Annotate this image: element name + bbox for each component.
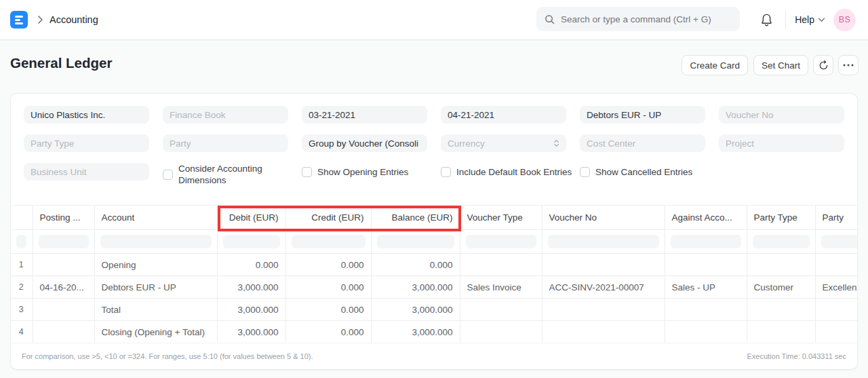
business-unit-placeholder: Business Unit — [31, 167, 87, 177]
cell-balance[interactable]: 3,000.000 — [371, 276, 460, 299]
cell-voucher-type[interactable]: Sales Invoice — [460, 276, 542, 299]
cell-balance[interactable]: 3,000.000 — [371, 321, 460, 343]
cell-account[interactable]: Closing (Opening + Total) — [94, 321, 217, 343]
filter-party-type[interactable] — [747, 230, 815, 254]
cost-center-filter-input[interactable]: Cost Center — [580, 134, 705, 152]
currency-filter-select[interactable]: Currency — [441, 134, 566, 152]
app-logo-icon[interactable] — [10, 11, 28, 29]
col-posting-date[interactable]: Posting ... — [33, 206, 94, 230]
cell-credit[interactable]: 0.000 — [285, 321, 371, 343]
checkbox-box[interactable] — [441, 167, 451, 177]
col-voucher-no[interactable]: Voucher No — [542, 206, 665, 230]
refresh-button[interactable] — [813, 55, 833, 75]
col-voucher-type[interactable]: Voucher Type — [460, 206, 542, 230]
report-footer: For comparison, use >5, <10 or =324. For… — [11, 343, 857, 368]
cell-posting-date[interactable] — [33, 321, 94, 343]
cell-balance[interactable]: 3,000.000 — [371, 299, 460, 321]
cell-account[interactable]: Debtors EUR - UP — [94, 276, 217, 299]
filter-party[interactable] — [815, 230, 858, 254]
cell-credit[interactable]: 0.000 — [285, 254, 371, 276]
cell-against-account[interactable] — [665, 254, 747, 276]
cell-voucher-type[interactable] — [460, 254, 542, 276]
cell-debit[interactable]: 3,000.000 — [217, 299, 285, 321]
cell-credit[interactable]: 0.000 — [285, 276, 371, 299]
voucher-no-filter-input[interactable]: Voucher No — [719, 106, 844, 124]
cell-voucher-no[interactable]: ACC-SINV-2021-00007 — [542, 276, 665, 299]
col-party-type[interactable]: Party Type — [747, 206, 815, 230]
group-by-value: Group by Voucher (Consoli — [309, 138, 418, 149]
cell-party-type[interactable] — [747, 254, 815, 276]
account-filter-value: Debtors EUR - UP — [587, 110, 661, 120]
cell-debit[interactable]: 3,000.000 — [217, 276, 285, 299]
cell-voucher-no[interactable] — [542, 299, 665, 321]
filter-debit[interactable] — [217, 230, 285, 254]
cell-balance[interactable]: 0.000 — [371, 254, 460, 276]
cell-party[interactable] — [815, 299, 858, 321]
cell-voucher-type[interactable] — [460, 321, 542, 343]
help-menu[interactable]: Help — [795, 14, 825, 25]
col-account[interactable]: Account — [94, 206, 217, 230]
include-default-checkbox[interactable]: Include Default Book Entries — [441, 163, 566, 181]
cell-against-account[interactable] — [665, 321, 747, 343]
cell-against-account[interactable]: Sales - UP — [665, 276, 747, 299]
col-against-account[interactable]: Against Acco... — [665, 206, 747, 230]
col-balance[interactable]: Balance (EUR) — [371, 206, 460, 230]
filter-voucher-no[interactable] — [542, 230, 665, 254]
filter-voucher-type[interactable] — [460, 230, 542, 254]
business-unit-filter-input[interactable]: Business Unit — [24, 163, 149, 181]
cell-party-type[interactable] — [747, 299, 815, 321]
from-date-filter-input[interactable]: 03-21-2021 — [302, 106, 427, 124]
show-cancelled-checkbox[interactable]: Show Cancelled Entries — [580, 163, 705, 181]
col-rownum — [10, 206, 33, 230]
cell-debit[interactable]: 3,000.000 — [217, 321, 285, 343]
filter-posting-date[interactable] — [33, 230, 94, 254]
to-date-value: 04-21-2021 — [448, 110, 494, 120]
cell-posting-date[interactable] — [33, 254, 94, 276]
party-type-filter-input[interactable]: Party Type — [24, 134, 149, 152]
cell-debit[interactable]: 0.000 — [217, 254, 285, 276]
cell-party-type[interactable] — [747, 321, 815, 343]
cell-party[interactable]: Excellen — [815, 276, 858, 299]
breadcrumb-accounting[interactable]: Accounting — [50, 14, 98, 25]
show-opening-checkbox[interactable]: Show Opening Entries — [302, 163, 427, 181]
cell-against-account[interactable] — [665, 299, 747, 321]
to-date-filter-input[interactable]: 04-21-2021 — [441, 106, 566, 124]
set-chart-button[interactable]: Set Chart — [753, 55, 808, 75]
create-card-button[interactable]: Create Card — [682, 55, 748, 75]
finance-book-filter-input[interactable]: Finance Book — [163, 106, 288, 124]
filter-account[interactable] — [94, 230, 217, 254]
cell-party-type[interactable]: Customer — [747, 276, 815, 299]
group-by-filter-input[interactable]: Group by Voucher (Consoli — [302, 134, 427, 152]
col-credit[interactable]: Credit (EUR) — [285, 206, 371, 230]
checkbox-box[interactable] — [302, 167, 312, 177]
cell-party[interactable] — [815, 321, 858, 343]
cell-voucher-no[interactable] — [542, 254, 665, 276]
more-menu-button[interactable] — [838, 55, 859, 75]
project-filter-input[interactable]: Project — [719, 134, 844, 152]
cell-posting-date[interactable]: 04-16-20... — [33, 276, 94, 299]
cell-voucher-no[interactable] — [542, 321, 665, 343]
col-party[interactable]: Party — [815, 206, 858, 230]
filter-rownum[interactable] — [10, 230, 33, 254]
cell-posting-date[interactable] — [33, 299, 94, 321]
cell-party[interactable] — [815, 254, 858, 276]
user-avatar[interactable]: BS — [833, 9, 856, 31]
filter-balance[interactable] — [371, 230, 460, 254]
notifications-bell-icon[interactable] — [760, 13, 773, 26]
cell-account[interactable]: Opening — [94, 254, 217, 276]
cell-credit[interactable]: 0.000 — [285, 299, 371, 321]
company-filter-input[interactable]: Unico Plastics Inc. — [24, 106, 149, 124]
table-header-row: Posting ... Account Debit (EUR) Credit (… — [10, 206, 858, 230]
account-filter-input[interactable]: Debtors EUR - UP — [580, 106, 705, 124]
cell-voucher-type[interactable] — [460, 299, 542, 321]
col-debit[interactable]: Debit (EUR) — [217, 206, 285, 230]
consider-dimensions-checkbox[interactable]: Consider Accounting Dimensions — [163, 163, 288, 186]
filter-against-account[interactable] — [665, 230, 747, 254]
checkbox-box[interactable] — [580, 167, 590, 177]
show-opening-label: Show Opening Entries — [317, 166, 408, 178]
party-filter-input[interactable]: Party — [163, 134, 288, 152]
checkbox-box[interactable] — [163, 170, 173, 180]
cell-account[interactable]: Total — [94, 299, 217, 321]
filter-credit[interactable] — [285, 230, 371, 254]
global-search-input[interactable]: Search or type a command (Ctrl + G) — [536, 7, 740, 31]
